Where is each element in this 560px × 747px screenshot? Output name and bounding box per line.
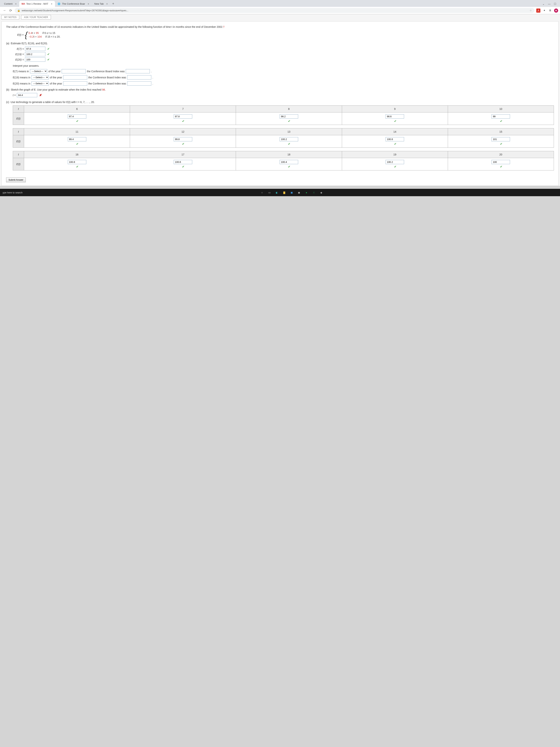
taskbar-search[interactable]: ype here to search	[3, 191, 23, 194]
store-icon[interactable]: ▣	[289, 190, 294, 195]
check-icon: ✔	[47, 58, 50, 61]
year-input-e7[interactable]	[62, 69, 86, 73]
lock-icon: 🔒	[17, 9, 20, 12]
cortana-icon[interactable]: ○	[260, 190, 264, 195]
et-input[interactable]	[174, 137, 192, 141]
t-value-input[interactable]	[17, 93, 37, 97]
t-header-cell: 9	[342, 106, 448, 112]
spotify-icon[interactable]: ●	[304, 190, 309, 195]
globe-icon: 🌐	[58, 2, 60, 5]
forward-button[interactable]: →	[2, 8, 7, 13]
interp-e7: E(7) means in ---Select--- of the year t…	[13, 69, 554, 73]
t-header-cell: 6	[24, 106, 130, 112]
t-header-cell: 20	[448, 151, 554, 158]
e19-input[interactable]	[25, 52, 45, 56]
check-icon: ✔	[394, 142, 397, 146]
et-value-cell: ✔	[130, 158, 236, 171]
window-controls: ⌄ — ☐	[542, 2, 559, 5]
et-input[interactable]	[174, 160, 192, 164]
excel-icon[interactable]: X	[312, 190, 316, 195]
new-tab-button[interactable]: +	[110, 1, 116, 7]
my-notes-button[interactable]: MY NOTES	[1, 15, 19, 20]
ask-teacher-button[interactable]: ASK YOUR TEACHER	[21, 15, 51, 20]
t-header-cell: 11	[24, 128, 130, 135]
url-field[interactable]: 🔒 webassign.net/web/Student/Assignment-R…	[15, 8, 534, 13]
chrome-icon[interactable]: ◉	[297, 190, 301, 195]
task-view-icon[interactable]: ▭	[267, 190, 272, 195]
et-input[interactable]	[385, 160, 404, 164]
reload-button[interactable]: ⟳	[8, 8, 13, 13]
et-value-cell: ✔	[342, 112, 448, 125]
e20-input[interactable]	[25, 57, 45, 62]
row-header-et: E(t)	[13, 135, 24, 148]
part-a-label: (a) Estimate E(7), E(19), and E(20).	[6, 42, 554, 45]
row-header-t: t	[13, 106, 24, 112]
et-value-cell: ✔	[448, 135, 554, 148]
maximize-icon[interactable]: ☐	[554, 2, 556, 5]
et-input[interactable]	[491, 114, 510, 119]
et-input[interactable]	[385, 137, 404, 141]
steam-icon[interactable]: ◆	[319, 190, 323, 195]
close-icon[interactable]: ×	[15, 2, 17, 5]
et-input[interactable]	[491, 137, 510, 141]
check-icon: ✔	[500, 165, 502, 169]
t-header-cell: 12	[130, 128, 236, 135]
et-value-cell: ✔	[24, 112, 130, 125]
explorer-icon[interactable]: ▇	[282, 190, 287, 195]
close-icon[interactable]: ×	[106, 2, 108, 5]
et-value-cell: ✔	[342, 135, 448, 148]
et-input[interactable]	[68, 137, 86, 141]
et-input[interactable]	[491, 160, 510, 164]
check-icon: ✔	[394, 119, 397, 123]
et-input[interactable]	[68, 160, 86, 164]
et-value-cell: ✔	[448, 112, 554, 125]
tab-label: The Conference Boar	[62, 2, 85, 5]
year-input-e20[interactable]	[63, 81, 87, 85]
e7-input[interactable]	[25, 47, 45, 51]
extension-icons: 人 ✦ ☰ M	[536, 8, 558, 12]
month-select-e7[interactable]: ---Select---	[30, 69, 47, 73]
puzzle-icon[interactable]: ✦	[542, 8, 546, 12]
t-header-cell: 7	[130, 106, 236, 112]
minimize-icon[interactable]: —	[548, 2, 551, 5]
check-icon: ✔	[182, 142, 184, 146]
tab-test-review[interactable]: WA Test 1 Review - MAT ×	[19, 1, 55, 7]
value-input-e19[interactable]	[127, 75, 151, 79]
month-select-e20[interactable]: ---Select---	[31, 81, 49, 85]
submit-answer-button[interactable]: Submit Answer	[6, 178, 26, 182]
row-header-et: E(t)	[13, 112, 24, 125]
value-table-0: t678910E(t)✔✔✔✔✔	[13, 105, 554, 125]
tab-new[interactable]: New Tab ×	[92, 1, 110, 7]
value-input-e20[interactable]	[127, 81, 151, 85]
tab-bar: Content × WA Test 1 Review - MAT × 🌐 The…	[0, 0, 560, 7]
check-icon: ✔	[182, 119, 184, 123]
e20-row: E(20) = ✔	[13, 57, 554, 62]
et-input[interactable]	[279, 137, 298, 141]
tab-content[interactable]: Content ×	[1, 1, 19, 7]
edge-icon[interactable]: ◐	[275, 190, 279, 195]
profile-avatar[interactable]: M	[554, 8, 558, 12]
tab-conference-board[interactable]: 🌐 The Conference Boar ×	[55, 1, 92, 7]
et-input[interactable]	[68, 114, 86, 119]
close-icon[interactable]: ×	[87, 2, 89, 5]
et-input[interactable]	[385, 114, 404, 119]
star-icon[interactable]: ☆	[530, 9, 532, 12]
check-icon: ✔	[182, 165, 184, 169]
check-icon: ✔	[47, 52, 50, 56]
reading-list-icon[interactable]: ☰	[548, 8, 552, 12]
month-select-e19[interactable]: ---Select---	[31, 75, 49, 79]
close-icon[interactable]: ×	[51, 2, 52, 5]
et-input[interactable]	[174, 114, 192, 119]
interpret-heading: Interpret your answers.	[13, 64, 554, 67]
et-input[interactable]	[279, 114, 298, 119]
et-value-cell: ✔	[24, 135, 130, 148]
chevron-down-icon[interactable]: ⌄	[542, 2, 544, 5]
year-input-e19[interactable]	[63, 75, 87, 79]
t-header-cell: 13	[236, 128, 342, 135]
pdf-ext-icon[interactable]: 人	[536, 8, 540, 12]
et-value-cell: ✔	[130, 135, 236, 148]
check-icon: ✔	[288, 165, 290, 169]
value-input-e7[interactable]	[126, 69, 150, 73]
et-input[interactable]	[279, 160, 298, 164]
interp-e19: E(19) means in ---Select--- of the year …	[13, 75, 554, 79]
